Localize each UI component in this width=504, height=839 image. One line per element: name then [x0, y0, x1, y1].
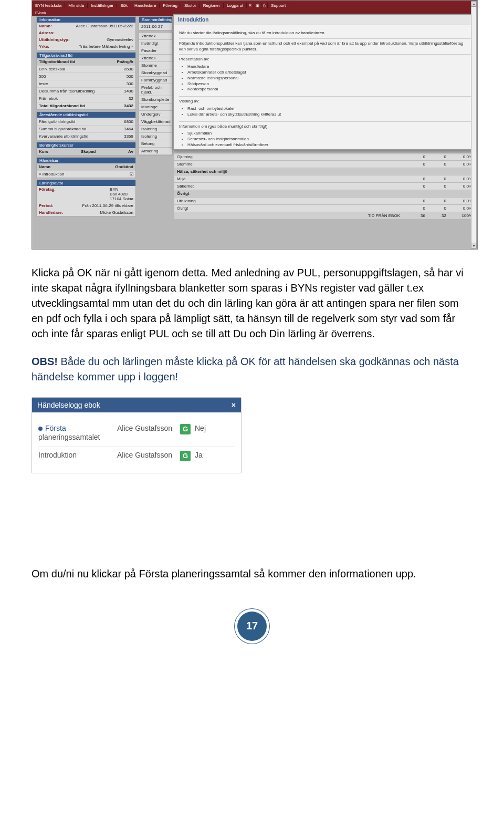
scroll-up-icon[interactable]: ▴ — [471, 1, 477, 7]
mid-item[interactable]: Invändigt — [139, 40, 172, 47]
yrke-label: Yrke: — [39, 44, 49, 49]
mid-item[interactable]: Prefab och bjälkl. — [139, 84, 172, 96]
larlingsavtal-panel-head: Lärlingsavtal — [37, 180, 135, 186]
behorighet-panel-head: Behörighetskurser — [37, 142, 135, 148]
logrow[interactable]: Introduktion Alice Gustafsson G Ja — [38, 446, 235, 465]
table-cell: teste — [39, 81, 48, 86]
modal-sect3-list: Sjukanmälan Semester- och ledighetsanmäl… — [187, 131, 471, 149]
menu-item[interactable]: Inställningar — [88, 3, 117, 8]
table-cell: Utbildning — [177, 199, 404, 203]
table-cell: 3432 — [124, 103, 133, 108]
tillgodo-panel-head: Tillgodoräknad tid — [37, 53, 135, 58]
adress-label: Adress: — [39, 30, 55, 35]
list-item: Rast- och ombyteslokaler — [187, 106, 471, 112]
logrow[interactable]: Första planeringssamtalet Alice Gustafss… — [38, 420, 235, 446]
table-cell: Total tillgodoräknad tid — [39, 103, 85, 108]
menu-item[interactable]: Skolor — [181, 3, 200, 8]
mid-item[interactable]: Yttertak — [139, 33, 172, 40]
introduktion-modal: Introduktion När du startar din lärlings… — [173, 14, 477, 150]
foretag-value: BYN Box 4028 17104 Solna — [110, 187, 133, 201]
table-cell: 0 — [425, 206, 446, 211]
info-panel: Information Namn:Alice Gustafsson 951105… — [36, 16, 136, 50]
mid-item[interactable]: Isolering — [139, 126, 172, 133]
list-item: Sjukanmälan — [187, 131, 471, 137]
table-cell: Miljö — [177, 177, 404, 181]
table-cell: 0 — [404, 206, 425, 211]
summary-table: Gjutning000.0% Stomme000.0% Hälsa, säker… — [174, 153, 476, 220]
tillgodo-col2: Poäng/h — [117, 59, 133, 64]
mid-item[interactable]: Ytterfall — [139, 55, 172, 62]
mid-item[interactable]: Stomme — [139, 62, 172, 69]
handelser-panel: Händelser NamnGodkänd » Introduktion☑ — [36, 157, 136, 178]
logrow-person: Alice Gustafsson — [117, 424, 180, 432]
utbildningstyp-value: Gymnasieelev — [107, 37, 133, 42]
table-cell: 36 — [404, 213, 425, 218]
info-panel-head: Information — [37, 17, 135, 23]
mid-item[interactable]: Fasader — [139, 47, 172, 55]
scrollbar-track[interactable] — [471, 7, 477, 243]
list-item: Handledare — [187, 64, 471, 70]
namn-col: Namn — [39, 164, 50, 169]
list-item: Arbetskamrater och arbetslaget — [187, 70, 471, 76]
table-cell: 0 — [425, 199, 446, 203]
paragraph-1: Klicka på OK när ni gått igenom detta. M… — [32, 265, 472, 341]
menu-item[interactable]: Handledare — [131, 3, 160, 8]
tillgodo-col1: Tillgodoräknad tid — [39, 59, 75, 64]
modal-body: När du startar din lärlingsanställning, … — [174, 25, 476, 149]
list-item: Stödperson — [187, 81, 471, 87]
yrke-value[interactable]: Träarbetare Målbeskrivning » — [79, 44, 133, 49]
table-cell: 0 — [425, 184, 446, 189]
globe-icon[interactable]: ◉ — [254, 3, 261, 8]
menu-item[interactable]: BYN testskola — [32, 3, 65, 8]
mid-item[interactable]: Väggbeklädnad — [139, 118, 172, 126]
table-cell: 0.0% — [446, 177, 472, 181]
mid-item[interactable]: Formbyggnad — [139, 77, 172, 84]
menu-item[interactable]: Regioner — [200, 3, 224, 8]
mid-item[interactable]: Undergolv — [139, 111, 172, 118]
list-item: Närmaste ledningspersonal — [187, 76, 471, 81]
modal-intro1: När du startar din lärlingsanställning, … — [179, 28, 471, 39]
aterstaende-panel: Återstående utbildningstid Färdigutbildn… — [36, 111, 136, 140]
av-col: Av — [128, 149, 133, 154]
table-cell: 0.0% — [446, 184, 472, 189]
scroll-down-icon[interactable]: ▾ — [471, 243, 477, 248]
modal-sect1-list: Handledare Arbetskamrater och arbetslage… — [187, 64, 471, 92]
table-cell: 0 — [404, 184, 425, 189]
paragraph-2: OBS! Både du och lärlingen måste klicka … — [32, 354, 472, 385]
namn-value: Alice Gustafsson 951105-2222 — [76, 24, 133, 28]
table-cell: BYN testskola — [39, 67, 65, 71]
flag-icon[interactable]: ✕ — [247, 3, 254, 8]
tillgodo-panel: Tillgodoräknad tid Tillgodoräknad tidPoä… — [36, 52, 136, 110]
handelselogg-head: Händelselogg ebok × — [32, 398, 241, 412]
modal-intro2: Följande introduktionspunkter kan tjäna … — [179, 39, 471, 55]
printer-icon[interactable]: ⎙ — [261, 3, 268, 8]
table-cell: 0 — [404, 162, 425, 167]
mid-item[interactable]: Isolering — [139, 133, 172, 140]
handelse-check[interactable]: ☑ — [130, 172, 133, 177]
left-column: Information Namn:Alice Gustafsson 951105… — [36, 16, 136, 216]
mid-item[interactable]: Stombyggnad — [139, 69, 172, 77]
table-cell: 500 — [39, 74, 46, 79]
menu-item[interactable]: Min sida — [65, 3, 88, 8]
paragraph-3: Om du/ni nu klickar på Första planerings… — [32, 568, 472, 580]
table-cell: 0 — [404, 199, 425, 203]
table-cell: 0 — [425, 162, 446, 167]
menu-support[interactable]: Support — [268, 3, 289, 8]
mid-item[interactable]: Betong — [139, 140, 172, 148]
table-cell: Hälsa, säkerhet och miljö — [177, 169, 404, 174]
menu-item[interactable]: Sök — [117, 3, 131, 8]
app-screenshot: BYN testskola Min sida Inställningar Sök… — [32, 0, 478, 250]
table-cell: 6800 — [124, 119, 133, 124]
modal-sect2-head: Visning av: — [179, 99, 471, 105]
handelse-name[interactable]: » Introduktion — [39, 172, 64, 177]
table-cell: Delsumma från teoriutbildning — [39, 89, 94, 94]
period-label: Period: — [39, 203, 54, 208]
mid-item[interactable]: Armering — [139, 148, 172, 155]
menu-item[interactable]: Logga ut — [224, 3, 247, 8]
close-icon[interactable]: × — [232, 401, 236, 409]
mid-item[interactable]: Stomkomplette — [139, 96, 172, 103]
table-cell: Färdigutbildningstid — [39, 119, 75, 124]
table-cell: 500 — [127, 74, 133, 79]
mid-item[interactable]: Montage — [139, 103, 172, 111]
menu-item[interactable]: Företag — [160, 3, 181, 8]
